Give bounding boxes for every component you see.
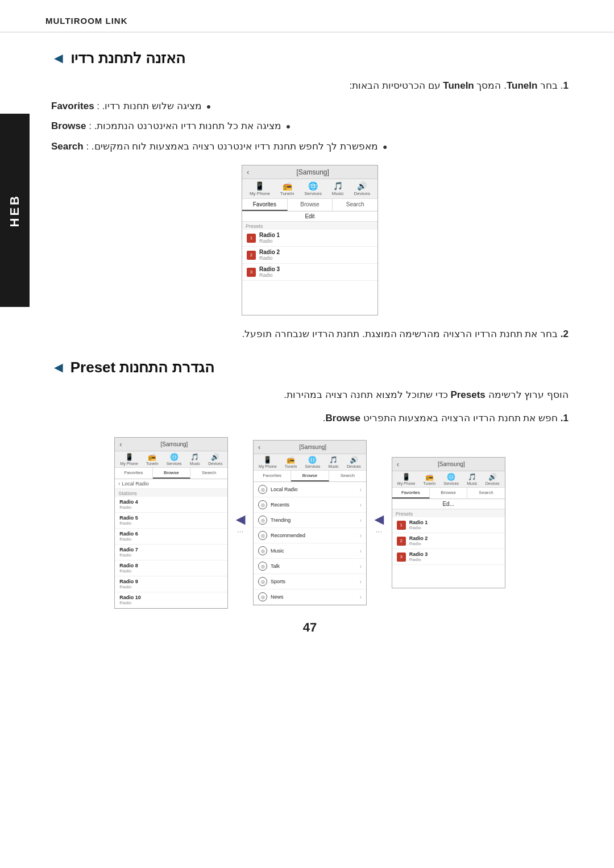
- preset-intro: הוסף ערוץ לרשימה Presets כדי שתוכל למצוא…: [51, 388, 569, 402]
- pl-radio6[interactable]: Radio 6 Radio: [115, 529, 227, 545]
- section1-title: האזנה לתחנת רדיו ◄: [51, 49, 569, 67]
- panel-middle-tabs: Favorites Browse Search: [254, 471, 366, 482]
- pr-tab-favorites[interactable]: Favorites: [392, 488, 430, 499]
- pl-radio9-text: Radio 9 Radio: [119, 579, 138, 589]
- left-arrow-symbol: ◄: [233, 510, 248, 529]
- music-icon: 🎵: [333, 181, 343, 190]
- icon-devices: 🔊 Devices: [354, 181, 370, 196]
- tune-icon-trending: ◎: [258, 516, 267, 525]
- browse-sports[interactable]: ◎ Sports ›: [254, 574, 366, 589]
- pl-radio10[interactable]: Radio 10 Radio: [115, 592, 227, 608]
- pm-tunein: 📻 TuneIn: [285, 456, 297, 468]
- right-arrow-symbol: ◄: [371, 510, 387, 529]
- radio2-sub: Radio: [259, 255, 280, 261]
- bullet-search-text: מאפשרת לך לחפש תחנת רדיו אינטרנט רצויה ב…: [51, 139, 378, 154]
- pr-edit-row: Ed...: [392, 499, 505, 509]
- section1-arrow: ◄: [51, 49, 66, 67]
- pl-stations-label: Stations: [115, 489, 227, 497]
- browse-music[interactable]: ◎ Music ›: [254, 543, 366, 559]
- tab-search[interactable]: Search: [333, 199, 377, 211]
- pl-tab-favorites[interactable]: Favorites: [115, 468, 152, 479]
- phone-screen-main: ‹ [Samsung] 📱 My Phone 📻 TuneIn 🌐 Servic…: [242, 165, 378, 315]
- pl-radio5-text: Radio 5 Radio: [119, 515, 138, 526]
- radio3-name: Radio 3: [259, 266, 280, 272]
- left-arrow-dots: ···: [237, 529, 243, 535]
- phone-back-arrow: ‹: [247, 168, 249, 176]
- step1-text: 1. בחר TuneIn. המסך TuneIn עם הכרטיסיות …: [349, 80, 569, 91]
- pr-radio1[interactable]: 1 Radio 1 Radio: [392, 517, 505, 533]
- instruction-list-1: 1. בחר TuneIn. המסך TuneIn עם הכרטיסיות …: [51, 78, 569, 153]
- browse-local-radio[interactable]: ◎ Local Radio ›: [254, 482, 366, 497]
- phone-icons-row: 📱 My Phone 📻 TuneIn 🌐 Services 🎵 Music 🔊: [242, 179, 377, 199]
- pr-radio1-num: 1: [400, 522, 402, 528]
- devices-icon: 🔊: [357, 181, 367, 190]
- pr-radio2-text: Radio 2 Radio: [409, 535, 428, 546]
- pl-radio8[interactable]: Radio 8 Radio: [115, 560, 227, 576]
- pl-tunein-icon: 📻 TuneIn: [146, 453, 159, 466]
- pr-radio3-text: Radio 3 Radio: [409, 551, 428, 562]
- pr-tab-search[interactable]: Search: [467, 488, 504, 499]
- browse-trending-chevron: ›: [360, 517, 362, 524]
- browse-news-name: News: [271, 594, 356, 600]
- tab-favorites[interactable]: Favorites: [242, 199, 288, 211]
- arrow-left-middle: ◄ ···: [228, 510, 253, 535]
- pr-radio3[interactable]: 3 Radio 3 Radio: [392, 549, 505, 565]
- pl-radio4-text: Radio 4 Radio: [119, 499, 138, 510]
- panel-left: ‹ [Samsung] 📱 My Phone 📻 TuneIn 🌐 Servic…: [114, 437, 228, 609]
- pl-radio7-text: Radio 7 Radio: [119, 547, 138, 558]
- radio1-number: 1: [250, 235, 252, 240]
- main-phone-mockup: ‹ [Samsung] 📱 My Phone 📻 TuneIn 🌐 Servic…: [51, 165, 569, 315]
- pl-radio4[interactable]: Radio 4 Radio: [115, 497, 227, 513]
- icon-music-label: Music: [332, 191, 344, 196]
- pm-myphone: 📱 My Phone: [259, 456, 277, 468]
- pm-tab-search[interactable]: Search: [329, 471, 366, 481]
- pm-tab-favorites[interactable]: Favorites: [254, 471, 291, 481]
- tune-icon-local: ◎: [258, 485, 267, 494]
- browse-music-name: Music: [271, 548, 356, 554]
- pl-radio7[interactable]: Radio 7 Radio: [115, 545, 227, 560]
- empty-space: [242, 281, 377, 315]
- tab-browse[interactable]: Browse: [288, 199, 333, 211]
- list-item-radio2[interactable]: 2 Radio 2 Radio: [242, 247, 377, 264]
- browse-recommended[interactable]: ◎ Recommended ›: [254, 528, 366, 543]
- section2-text: הגדרת התחנות Preset: [70, 359, 214, 376]
- pl-radio8-text: Radio 8 Radio: [119, 563, 138, 574]
- edit-label[interactable]: Edit: [305, 213, 314, 219]
- tunein-icon: 📻: [283, 181, 292, 190]
- phone-edit-row: Edit: [242, 211, 377, 222]
- pl-tab-search[interactable]: Search: [190, 468, 227, 479]
- step1-item: 1. בחר TuneIn. המסך TuneIn עם הכרטיסיות …: [51, 78, 569, 93]
- bullet-search: מאפשרת לך לחפש תחנת רדיו אינטרנט רצויה ב…: [51, 139, 569, 154]
- pl-tab-browse[interactable]: Browse: [153, 468, 190, 479]
- browse-news[interactable]: ◎ News ›: [254, 589, 366, 605]
- pr-devices: 🔊 Devices: [486, 473, 500, 485]
- section2: הגדרת התחנות Preset ◄ הוסף ערוץ לרשימה P…: [51, 359, 569, 609]
- tune-icon-sports: ◎: [258, 577, 267, 586]
- pr-radio2[interactable]: 2 Radio 2 Radio: [392, 533, 505, 549]
- browse-recents[interactable]: ◎ Recents ›: [254, 497, 366, 513]
- pl-radio10-text: Radio 10 Radio: [119, 595, 141, 605]
- pr-music: 🎵 Music: [467, 473, 477, 485]
- browse-trending[interactable]: ◎ Trending ›: [254, 513, 366, 528]
- bullet-favorites: מציגה שלוש תחנות רדיו. : Favorites: [51, 99, 569, 114]
- icon-services: 🌐 Services: [304, 181, 322, 196]
- pl-radio9[interactable]: Radio 9 Radio: [115, 576, 227, 592]
- browse-talk[interactable]: ◎ Talk ›: [254, 559, 366, 574]
- tune-icon-music: ◎: [258, 546, 267, 555]
- heb-text: HEB: [7, 194, 22, 227]
- list-item-radio3[interactable]: 3 Radio 3 Radio: [242, 264, 377, 281]
- panel-middle-icons: 📱 My Phone 📻 TuneIn 🌐 Services 🎵 Music: [254, 454, 366, 471]
- pr-services: 🌐 Services: [443, 473, 459, 485]
- browse-recommended-chevron: ›: [360, 533, 362, 539]
- pm-tab-browse[interactable]: Browse: [291, 471, 329, 481]
- right-arrow-dots: ···: [376, 529, 382, 535]
- icon-tunein-label: TuneIn: [280, 191, 294, 196]
- panel-middle: ‹ [Samsung] 📱 My Phone 📻 TuneIn 🌐 Servic…: [253, 440, 367, 605]
- list-item-radio1[interactable]: 1 Radio 1 Radio: [242, 230, 377, 247]
- tune-icon-recents: ◎: [258, 500, 267, 509]
- pr-tab-browse[interactable]: Browse: [430, 488, 467, 499]
- pr-tunein: 📻 TuneIn: [424, 473, 436, 485]
- pl-radio5[interactable]: Radio 5 Radio: [115, 513, 227, 529]
- pr-edit-label[interactable]: Ed...: [442, 501, 454, 507]
- browse-talk-chevron: ›: [360, 563, 362, 570]
